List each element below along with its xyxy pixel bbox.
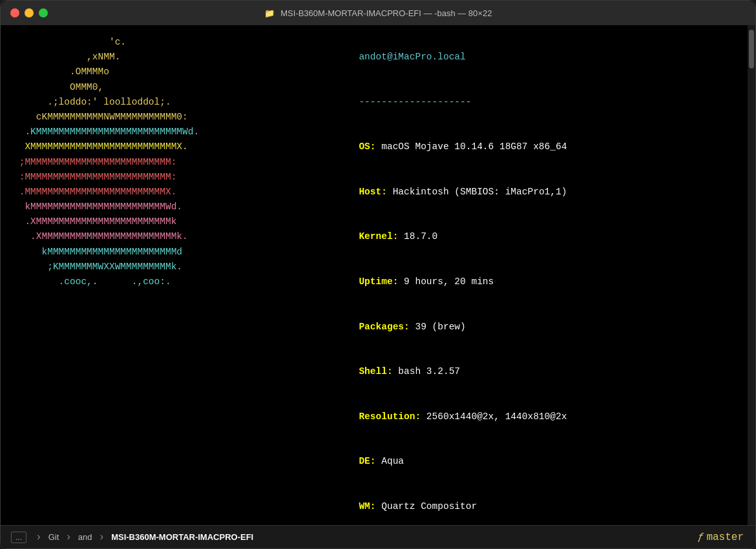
- ascii-line-12: kMMMMMMMMMMMMMMMMMMMMMMMMWd.: [14, 200, 291, 214]
- status-ellipsis[interactable]: ...: [6, 526, 34, 548]
- status-git[interactable]: Git: [43, 526, 65, 548]
- info-separator: --------------------: [291, 80, 735, 125]
- ascii-line-16: ;KMMMMMMMWXXWMMMMMMMMMk.: [14, 260, 291, 274]
- ascii-line-10: :MMMMMMMMMMMMMMMMMMMMMMMMMM:: [14, 170, 291, 185]
- ascii-line-1: 'c.: [14, 35, 291, 50]
- scrollbar[interactable]: [748, 25, 755, 525]
- info-de: DE: Aqua: [291, 439, 735, 484]
- info-packages: Packages: 39 (brew): [291, 304, 735, 349]
- status-branch: ƒ master: [698, 532, 750, 543]
- info-uptime: Uptime: 9 hours, 20 mins: [291, 260, 735, 305]
- ascii-line-3: .OMMMMo: [14, 65, 291, 79]
- info-os: OS: macOS Mojave 10.14.6 18G87 x86_64: [291, 125, 735, 170]
- ascii-line-5: .;loddo:' loolloddol;.: [14, 95, 291, 110]
- minimize-button[interactable]: [25, 8, 34, 17]
- ascii-line-6: cKMMMMMMMMMMNWMMMMMMMMMMM0:: [14, 110, 291, 125]
- info-column: andot@iMacPro.local --------------------…: [291, 35, 735, 525]
- sep-3: ›: [98, 532, 107, 543]
- ascii-art-column: 'c. ,xNMM. .OMMMMo OMMM0, .;loddo:' lool…: [14, 35, 291, 525]
- sep-1: ›: [34, 532, 43, 543]
- info-shell: Shell: bash 3.2.57: [291, 349, 735, 395]
- terminal-window: 📁 MSI-B360M-MORTAR-IMACPRO-EFI — -bash —…: [0, 0, 756, 549]
- ascii-line-9: ;MMMMMMMMMMMMMMMMMMMMMMMMMM:: [14, 155, 291, 170]
- info-resolution: Resolution: 2560x1440@2x, 1440x810@2x: [291, 395, 735, 440]
- ascii-line-4: OMMM0,: [14, 80, 291, 95]
- ascii-line-8: XMMMMMMMMMMMMMMMMMMMMMMMMMMX.: [14, 140, 291, 154]
- scrollbar-thumb[interactable]: [749, 30, 754, 68]
- ascii-line-17: .cooc,. .,coo:.: [14, 274, 291, 289]
- info-host: Host: Hackintosh (SMBIOS: iMacPro1,1): [291, 170, 735, 215]
- maximize-button[interactable]: [39, 8, 48, 17]
- folder-icon: 📁: [264, 8, 275, 18]
- ascii-line-11: .MMMMMMMMMMMMMMMMMMMMMMMMMX.: [14, 185, 291, 200]
- terminal-body[interactable]: 'c. ,xNMM. .OMMMMo OMMM0, .;loddo:' lool…: [1, 25, 748, 525]
- ascii-line-15: kMMMMMMMMMMMMMMMMMMMMMMMd: [14, 245, 291, 260]
- titlebar: 📁 MSI-B360M-MORTAR-IMACPRO-EFI — -bash —…: [1, 1, 755, 25]
- info-kernel: Kernel: 18.7.0: [291, 214, 735, 260]
- branch-name: master: [706, 532, 744, 543]
- ascii-line-14: .XMMMMMMMMMMMMMMMMMMMMMMMMk.: [14, 229, 291, 244]
- window-title: 📁 MSI-B360M-MORTAR-IMACPRO-EFI — -bash —…: [264, 8, 492, 18]
- status-and[interactable]: and: [73, 526, 98, 548]
- ascii-line-13: .XMMMMMMMMMMMMMMMMMMMMMMMMk: [14, 214, 291, 229]
- close-button[interactable]: [10, 8, 19, 17]
- traffic-lights: [10, 8, 48, 17]
- content-area: 'c. ,xNMM. .OMMMMo OMMM0, .;loddo:' lool…: [1, 25, 755, 525]
- info-wm: WM: Quartz Compositor: [291, 484, 735, 525]
- branch-icon: ƒ: [698, 532, 704, 543]
- status-repo[interactable]: MSI-B360M-MORTAR-IMACPRO-EFI: [106, 526, 258, 548]
- main-area: 'c. ,xNMM. .OMMMMo OMMM0, .;loddo:' lool…: [14, 35, 735, 525]
- statusbar: ... › Git › and › MSI-B360M-MORTAR-IMACP…: [1, 525, 755, 548]
- ascii-line-2: ,xNMM.: [14, 50, 291, 65]
- ascii-line-7: .KMMMMMMMMMMMMMMMMMMMMMMMMMMWd.: [14, 125, 291, 140]
- sep-2: ›: [64, 532, 73, 543]
- info-username: andot@iMacPro.local: [291, 35, 735, 80]
